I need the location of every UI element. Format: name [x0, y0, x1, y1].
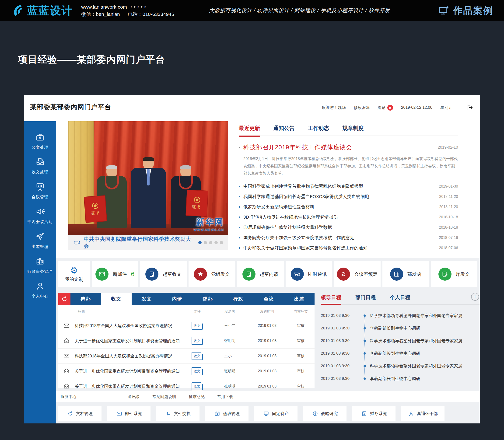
tab-todo[interactable]: 待办 — [70, 293, 101, 305]
tab-admin[interactable]: 行政 — [223, 293, 254, 305]
carousel-dot[interactable] — [198, 241, 202, 244]
news-item-title: 印尼珊瑚礁保护与修复计划获得大量科学数据 — [243, 224, 332, 231]
messages-label: 消息 — [378, 105, 385, 110]
news-item[interactable]: 俄罗斯研发出新型纳米磁性复合材料2018-11-20 — [239, 202, 458, 212]
footer-link-feedback[interactable]: 征求意见 — [189, 394, 205, 399]
tab-recent-updates[interactable]: 最近更新 — [239, 124, 260, 132]
carousel-dot[interactable] — [220, 241, 223, 244]
refresh-button[interactable] — [58, 293, 70, 305]
quick-action-office-dispatch[interactable]: 厅发文 — [431, 261, 477, 287]
table-row[interactable]: 关于进一步优化国家重点研发计划项目和资金管理的通知 收文 张明明 2019 01… — [58, 333, 315, 348]
quick-action-draft-internal[interactable]: 起草内请 — [237, 261, 284, 287]
logout-button[interactable] — [466, 104, 473, 111]
app-retired-cadres[interactable]: 离退休干部 — [401, 406, 445, 421]
lanlan-logo[interactable]: 蓝蓝设计 — [11, 3, 73, 18]
carousel-caption[interactable]: 中共中央国务院隆重举行国家科学技术奖励大会 — [84, 236, 195, 250]
tab-personal-schedule[interactable]: 个人日程 — [390, 294, 410, 301]
tab-meeting[interactable]: 会议 — [254, 293, 284, 305]
tab-trip[interactable]: 出差 — [284, 293, 315, 305]
tab-receive[interactable]: 收文 — [101, 293, 132, 305]
sidebar-item-label: 部内会议活动 — [28, 220, 53, 224]
quick-action-party-dispatch[interactable]: 党组发文 — [189, 261, 235, 287]
portfolio-link[interactable]: 作品案例 — [438, 4, 493, 17]
sidebar-item-receive-processing[interactable]: 收文处理 — [24, 157, 56, 175]
website-link[interactable]: www.lanlanwork.com — [81, 3, 127, 11]
sidebar-item-business-trip[interactable]: 出差管理 — [24, 232, 56, 249]
schedule-text: 科学技术部领导看望外国老专家和外国老专家家属 — [370, 363, 462, 369]
table-row[interactable]: 科技部2018年全国人大建议和全国政协提案办理情况 收文 王小二 2019 01… — [58, 318, 315, 333]
service-center-link[interactable]: 服务中心 — [61, 394, 77, 399]
schedule-item[interactable]: 2019 01 03 9:30 科学技术部领导看望外国老专家和外国老专家家属 — [321, 309, 479, 322]
add-schedule-button[interactable]: + — [471, 293, 479, 301]
quick-action-meeting-room-booking[interactable]: 会议室预定 — [334, 261, 380, 287]
inbox-doc-icon — [35, 157, 45, 167]
messages-link[interactable]: 消息 5 — [378, 105, 393, 110]
sidebar-item-internal-meetings[interactable]: 部内会议活动 — [24, 206, 56, 224]
table-row[interactable]: 关于进一步优化国家重点研发计划项目和资金管理的通知 收文 张明明 2019 01… — [58, 363, 315, 379]
news-item-date: 2018-11-20 — [439, 194, 458, 199]
news-item[interactable]: 3D打印植入物促进神经细胞生长以治疗脊髓损伤2018-10-18 — [239, 212, 458, 222]
exchange-arrows-icon — [165, 411, 171, 417]
sidebar-item-admin-affairs[interactable]: 行政事务管理 — [24, 256, 56, 274]
footer-link-faq[interactable]: 常见问题说明 — [152, 394, 176, 399]
watermark-title: 新华网 — [194, 217, 224, 228]
tab-dispatch[interactable]: 发文 — [132, 293, 162, 305]
tab-work-trends[interactable]: 工作动态 — [308, 124, 329, 132]
news-item[interactable]: 中国科学家成功创建世界首批生物节律紊乱体细胞克隆猴模型2019-01-30 — [239, 181, 458, 192]
app-duty-management[interactable]: 值班管理 — [205, 406, 249, 421]
quick-action-new-mail[interactable]: 新邮件 6 — [92, 261, 138, 287]
change-password-link[interactable]: 修改密码 — [354, 105, 370, 110]
carousel-dot[interactable] — [209, 241, 212, 244]
quick-action-draft-receive[interactable]: 起草收文 — [140, 261, 187, 287]
row-step: 审核 — [287, 354, 315, 358]
carousel-dot[interactable] — [214, 241, 218, 244]
schedule-item[interactable]: 2019 01 03 9:30 李萌副部长到生物中心调研 — [321, 372, 479, 385]
tab-internal-request[interactable]: 内请 — [162, 293, 193, 305]
tab-notices[interactable]: 通知公告 — [273, 124, 295, 132]
row-sender: 张明明 — [212, 339, 247, 344]
schedule-item[interactable]: 2019 01 03 9:30 李萌副部长到生物中心调研 — [321, 347, 479, 360]
row-title: 科技部2018年全国人大建议和全国政协提案办理情况 — [75, 323, 182, 329]
tab-supervise[interactable]: 督办 — [193, 293, 223, 305]
news-item[interactable]: 印尼珊瑚礁保护与修复计划获得大量科学数据2018-10-18 — [239, 222, 458, 233]
row-title: 科技部2018年全国人大建议和全国政协提案办理情况 — [75, 353, 182, 359]
bullet-icon — [239, 217, 240, 218]
tab-leader-schedule[interactable]: 领导日程 — [321, 294, 341, 301]
schedule-item[interactable]: 2019 01 03 9:30 科学技术部领导看望外国老专家和外国老专家家属 — [321, 335, 479, 347]
app-mail-system[interactable]: 邮件系统 — [107, 406, 151, 421]
row-sender: 王小二 — [212, 354, 247, 358]
headline-link[interactable]: 科技部召开2019年科技工作媒体座谈会 — [243, 143, 352, 151]
news-item[interactable]: 我国科学家通过基因编辑长寿蛋白FOXO3获得优质人类血管细胞2018-11-20 — [239, 192, 458, 202]
headline-summary: 2019年2月1日，科技部举行2018年度考核总结表彰会。科技部部长、党组书记王… — [243, 155, 458, 177]
footer-link-contacts[interactable]: 通讯录 — [128, 394, 140, 399]
schedule-item[interactable]: 2019 01 03 9:30 李萌副部长到生物中心调研 — [321, 322, 479, 335]
carousel-dot[interactable] — [204, 241, 207, 244]
news-item[interactable]: 国务院办公厅关于加强三级公立医院绩效考核工作的意见2018-07-16 — [239, 233, 458, 243]
page-title: 项目经验——某部委内网门户平台 — [18, 53, 165, 66]
app-fixed-assets[interactable]: 固定资产 — [254, 406, 297, 421]
tab-department-schedule[interactable]: 部门日程 — [355, 294, 376, 301]
app-file-exchange[interactable]: 文件交换 — [156, 406, 199, 421]
news-carousel[interactable]: 证书 证书 新华网 WWW.NEWS.CN 中共中央国务院隆重举行 — [68, 121, 228, 250]
row-time: 2019 01 03 — [247, 369, 287, 373]
schedule-time: 2019 01 03 9:30 — [321, 339, 360, 343]
tab-rules[interactable]: 规章制度 — [342, 124, 364, 132]
app-finance-system[interactable]: 财务系统 — [352, 406, 395, 421]
bullet-icon — [239, 237, 240, 238]
schedule-text: 科学技术部领导看望外国老专家和外国老专家家属 — [370, 313, 462, 318]
sidebar-item-meeting-management[interactable]: 会议管理 — [24, 182, 56, 199]
app-document-management[interactable]: 文档管理 — [58, 406, 101, 421]
table-row[interactable]: 科技部2018年全国人大建议和全国政协提案办理情况 收文 王小二 2019 01… — [58, 348, 315, 363]
sidebar-item-document-processing[interactable]: 公文处理 — [24, 132, 56, 150]
quick-action-instant-messaging[interactable]: 即时通讯 — [286, 261, 332, 287]
sidebar-item-personal-center[interactable]: 个人中心 — [24, 281, 56, 299]
news-item[interactable]: 中办印发关于做好国家勋章和国家荣誉称号提名评选工作的通知2018-07-06 — [239, 243, 458, 253]
schedule-item[interactable]: 2019 01 03 9:30 科学技术部领导看望外国老专家和外国老专家家属 — [321, 360, 479, 372]
footer-link-downloads[interactable]: 常用下载 — [217, 394, 233, 399]
app-strategy-research[interactable]: 战略研究 — [303, 406, 347, 421]
arrows-decoration: ►►►►► — [130, 5, 147, 9]
my-customization-button[interactable]: ⚙ 我的定制 — [58, 261, 90, 287]
bullet-icon — [239, 206, 240, 208]
quick-action-ministry-letter[interactable]: 部发函 — [382, 261, 429, 287]
bullet-icon — [239, 186, 240, 187]
